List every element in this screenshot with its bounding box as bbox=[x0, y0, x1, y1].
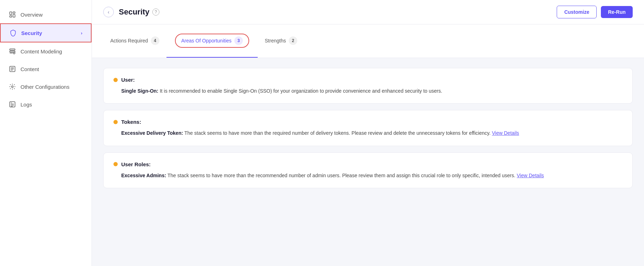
back-button[interactable]: ‹ bbox=[103, 7, 114, 17]
card-category-user-roles: User Roles: bbox=[113, 161, 622, 167]
tab-count-badge: 4 bbox=[151, 36, 159, 45]
view-details-link-user-roles[interactable]: View Details bbox=[517, 173, 544, 178]
svg-rect-3 bbox=[10, 16, 12, 17]
tab-count-badge: 3 bbox=[234, 36, 243, 45]
category-label: User: bbox=[121, 77, 135, 83]
issue-label: Single Sign-On: bbox=[121, 88, 158, 94]
svg-point-11 bbox=[12, 86, 13, 88]
content-modeling-icon bbox=[8, 47, 16, 55]
content-area: User: Single Sign-On: It is recommended … bbox=[92, 58, 644, 266]
logs-icon bbox=[8, 100, 16, 108]
sidebar-item-content-modeling[interactable]: Content Modeling bbox=[0, 42, 92, 60]
tab-label: Actions Required bbox=[110, 38, 148, 44]
tab-actions-required[interactable]: Actions Required 4 bbox=[103, 31, 166, 51]
page-title: Security ? bbox=[119, 7, 159, 17]
issue-label: Excessive Delivery Token: bbox=[121, 130, 183, 136]
rerun-button[interactable]: Re-Run bbox=[601, 6, 633, 18]
sidebar-item-label: Content Modeling bbox=[21, 48, 62, 54]
tabs-bar: Actions Required 4 Areas Of Opportunitie… bbox=[92, 24, 644, 58]
category-label: Tokens: bbox=[121, 119, 141, 125]
tab-areas-of-opportunities[interactable]: Areas Of Opportunities 3 bbox=[166, 24, 258, 58]
sidebar: Overview Security › Content Modeling bbox=[0, 0, 92, 266]
tab-label: Strengths bbox=[265, 38, 286, 44]
sidebar-item-label: Logs bbox=[21, 102, 32, 108]
main-content: ‹ Security ? Customize Re-Run Actions Re… bbox=[92, 0, 644, 266]
card-body-tokens: Excessive Delivery Token: The stack seem… bbox=[113, 129, 622, 137]
svg-point-6 bbox=[13, 52, 15, 54]
sidebar-item-content[interactable]: Content bbox=[0, 60, 92, 78]
sidebar-item-label: Content bbox=[21, 66, 39, 72]
help-icon[interactable]: ? bbox=[152, 8, 159, 16]
sidebar-item-overview[interactable]: Overview bbox=[0, 6, 92, 23]
user-card: User: Single Sign-On: It is recommended … bbox=[103, 68, 633, 104]
issue-text: It is recommended to enable Single Sign-… bbox=[160, 88, 442, 94]
sidebar-item-other-configurations[interactable]: Other Configurations bbox=[0, 78, 92, 96]
customize-button[interactable]: Customize bbox=[557, 6, 597, 18]
sidebar-item-logs[interactable]: Logs bbox=[0, 96, 92, 113]
svg-rect-0 bbox=[10, 12, 12, 15]
issue-text: The stack seems to have more than the re… bbox=[168, 173, 517, 178]
svg-rect-1 bbox=[13, 12, 15, 13]
svg-rect-2 bbox=[13, 15, 15, 17]
page-title-text: Security bbox=[119, 7, 150, 17]
card-category-user: User: bbox=[113, 77, 622, 83]
dot-icon bbox=[113, 78, 118, 82]
tokens-card: Tokens: Excessive Delivery Token: The st… bbox=[103, 110, 633, 146]
sidebar-item-label: Security bbox=[21, 30, 42, 36]
category-label: User Roles: bbox=[121, 161, 151, 167]
header-actions: Customize Re-Run bbox=[557, 6, 633, 18]
view-details-link-tokens[interactable]: View Details bbox=[492, 130, 519, 136]
sidebar-item-label: Overview bbox=[21, 12, 43, 18]
tab-pill: Areas Of Opportunities 3 bbox=[175, 34, 249, 48]
issue-text: The stack seems to have more than the re… bbox=[184, 130, 492, 136]
user-roles-card: User Roles: Excessive Admins: The stack … bbox=[103, 152, 633, 188]
other-configs-icon bbox=[8, 83, 16, 91]
header-left: ‹ Security ? bbox=[103, 7, 159, 17]
sidebar-item-label: Other Configurations bbox=[21, 84, 69, 90]
dot-icon bbox=[113, 162, 118, 166]
card-category-tokens: Tokens: bbox=[113, 119, 622, 125]
overview-icon bbox=[8, 11, 16, 18]
sidebar-item-security[interactable]: Security › bbox=[0, 23, 92, 42]
tab-count-badge: 2 bbox=[289, 36, 297, 45]
content-icon bbox=[8, 65, 16, 73]
header: ‹ Security ? Customize Re-Run bbox=[92, 0, 644, 24]
dot-icon bbox=[113, 120, 118, 124]
card-body-user: Single Sign-On: It is recommended to ena… bbox=[113, 87, 622, 95]
security-icon bbox=[9, 29, 17, 37]
card-body-user-roles: Excessive Admins: The stack seems to hav… bbox=[113, 172, 622, 179]
tab-label: Areas Of Opportunities bbox=[181, 38, 232, 44]
tab-strengths[interactable]: Strengths 2 bbox=[258, 31, 304, 51]
chevron-right-icon: › bbox=[81, 30, 82, 36]
chevron-left-icon: ‹ bbox=[108, 9, 110, 15]
svg-rect-4 bbox=[10, 49, 15, 50]
issue-label: Excessive Admins: bbox=[121, 173, 166, 178]
